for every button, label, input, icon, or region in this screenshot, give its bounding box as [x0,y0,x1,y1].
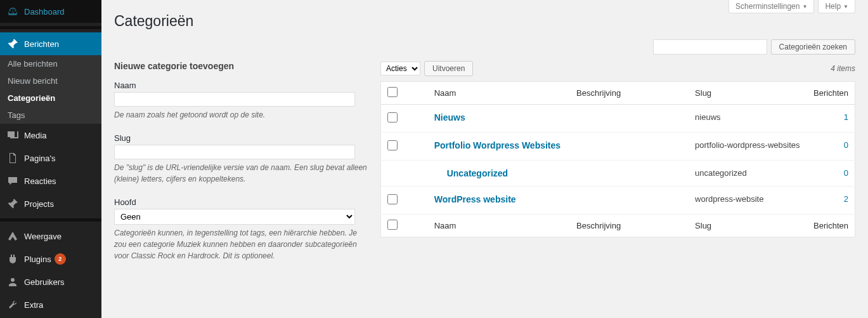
category-posts-link[interactable]: 1 [844,112,848,122]
main-content: Scherminstellingen ▼ Help ▼ Categorieën … [101,0,868,318]
sidebar-label: Reacties [24,176,56,186]
page-icon [6,152,19,164]
category-description [570,133,689,161]
sidebar-item-reacties[interactable]: Reacties [0,169,101,192]
sidebar-label: Pagina's [24,154,55,163]
col-footer-desc[interactable]: Beschrijving [570,215,689,237]
items-count: 4 items [831,64,855,73]
col-header-slug[interactable]: Slug [689,82,807,105]
sidebar-label: Media [24,131,46,140]
category-name-link[interactable]: Nieuws [434,112,465,123]
table-row: WordPress websitewordpress-website2 [381,187,855,215]
sidebar-sub-categorieen[interactable]: Categorieën [0,89,101,107]
sidebar-label: Dashboard [24,7,65,17]
sidebar-submenu: Alle berichten Nieuw bericht Categorieën… [0,55,101,124]
sidebar-item-weergave[interactable]: Weergave [0,225,101,248]
parent-description: Categorieën kunnen, in tegenstelling tot… [114,227,368,262]
sidebar-label: Projects [24,199,54,209]
row-checkbox[interactable] [387,194,398,204]
pin-icon [6,197,19,210]
users-icon [6,275,19,288]
category-description [570,105,689,133]
plugin-update-badge: 2 [55,253,66,265]
col-footer-posts[interactable]: Berichten [807,215,855,237]
help-button[interactable]: Help ▼ [818,0,855,13]
chevron-down-icon: ▼ [802,4,807,10]
sidebar-item-berichten[interactable]: Berichten [0,32,101,55]
sidebar-separator [0,218,101,222]
category-name-link[interactable]: WordPress website [434,194,516,204]
name-label: Naam [114,81,368,90]
page-title: Categorieën [114,13,855,30]
table-row: Uncategorizeduncategorized0 [381,161,855,187]
category-posts-link[interactable]: 2 [844,194,848,204]
sidebar-item-extra[interactable]: Extra [0,293,101,316]
category-description [570,161,689,187]
pin-icon [6,37,19,50]
sidebar-item-media[interactable]: Media [0,124,101,147]
sidebar-label: Weergave [24,232,62,241]
select-all-checkbox-footer[interactable] [387,220,398,230]
sidebar-label: Berichten [24,39,59,49]
select-all-checkbox[interactable] [387,87,398,97]
categories-table: Naam Beschrijving Slug Berichten Nieuwsn… [380,81,855,237]
category-description [570,187,689,215]
add-category-form: Nieuwe categorie toevoegen Naam De naam … [114,61,368,262]
sidebar-label: Extra [24,300,43,310]
table-row: Portfolio Wordpress Websitesportfolio-wo… [381,133,855,161]
row-checkbox[interactable] [387,112,398,123]
parent-select[interactable]: Geen [114,209,355,225]
chevron-down-icon: ▼ [843,4,848,10]
col-header-name[interactable]: Naam [428,82,570,105]
name-input[interactable] [114,92,355,107]
sidebar-item-paginas[interactable]: Pagina's [0,147,101,169]
comment-icon [6,175,19,187]
form-heading: Nieuwe categorie toevoegen [114,61,368,71]
category-posts-link[interactable]: 0 [844,168,848,178]
sidebar-label: Gebruikers [24,277,65,287]
col-footer-name[interactable]: Naam [428,215,570,237]
sidebar-sub-alle-berichten[interactable]: Alle berichten [0,55,101,72]
sidebar-sub-tags[interactable]: Tags [0,107,101,124]
tablenav-top: Acties Uitvoeren 4 items [380,61,855,76]
category-slug: nieuws [689,105,807,133]
name-description: De naam zoals het getoond wordt op de si… [114,109,368,121]
sidebar-separator [0,26,101,29]
search-button[interactable]: Categorieën zoeken [771,39,855,55]
category-slug: portfolio-wordpress-websites [689,133,807,161]
row-checkbox[interactable] [387,140,398,150]
screen-options-button[interactable]: Scherminstellingen ▼ [729,0,814,13]
search-row: Categorieën zoeken [114,39,855,55]
bulk-apply-button[interactable]: Uitvoeren [424,61,473,76]
col-header-posts[interactable]: Berichten [807,82,855,105]
parent-label: Hoofd [114,197,368,207]
appearance-icon [6,230,19,242]
category-slug: wordpress-website [689,187,807,215]
col-footer-slug[interactable]: Slug [689,215,807,237]
category-name-link[interactable]: Uncategorized [447,168,508,178]
sidebar-item-plugins[interactable]: Plugins 2 [0,248,101,270]
search-input[interactable] [653,39,767,55]
screen-meta: Scherminstellingen ▼ Help ▼ [729,0,855,13]
tools-icon [6,298,19,311]
slug-input[interactable] [114,145,355,159]
col-header-desc[interactable]: Beschrijving [570,82,689,105]
slug-label: Slug [114,133,368,143]
bulk-actions-select[interactable]: Acties [380,62,420,76]
media-icon [6,129,19,142]
slug-description: De "slug" is de URL-vriendelijke versie … [114,162,368,185]
table-row: Nieuwsnieuws1 [381,105,855,133]
category-posts-link[interactable]: 0 [844,140,848,150]
sidebar-item-dashboard[interactable]: Dashboard [0,0,101,23]
admin-sidebar: Dashboard Berichten Alle berichten Nieuw… [0,0,101,318]
category-name-link[interactable]: Portfolio Wordpress Websites [434,140,560,150]
sidebar-item-projects[interactable]: Projects [0,192,101,215]
plugin-icon [6,253,19,265]
sidebar-item-gebruikers[interactable]: Gebruikers [0,270,101,293]
category-slug: uncategorized [689,161,807,187]
dashboard-icon [6,5,19,18]
sidebar-sub-nieuw-bericht[interactable]: Nieuw bericht [0,72,101,89]
sidebar-label: Plugins [24,255,51,264]
